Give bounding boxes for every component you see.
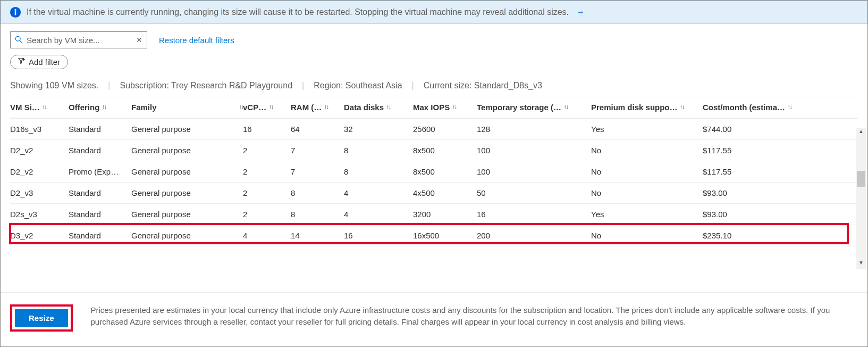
- svg-point-2: [14, 9, 16, 11]
- sort-icon: ↑↓: [680, 103, 684, 111]
- sort-icon: ↑↓: [239, 103, 243, 111]
- footer: Resize Prices presented are estimates in…: [1, 292, 867, 346]
- sort-icon: ↑↓: [268, 103, 273, 111]
- table-row[interactable]: D2s_v3StandardGeneral purpose284320016Ye…: [10, 204, 858, 225]
- scroll-down-icon[interactable]: ▼: [856, 260, 866, 269]
- clear-search-icon[interactable]: ✕: [136, 36, 142, 44]
- svg-line-4: [20, 40, 22, 43]
- column-header[interactable]: Family↑↓: [131, 103, 243, 112]
- table-row[interactable]: D2_v2StandardGeneral purpose2788x500100N…: [10, 140, 858, 161]
- svg-rect-1: [15, 11, 16, 15]
- vm-size-table: VM Si…↑↓Offering↑↓Family↑↓vCP…↑↓RAM (…↑↓…: [10, 96, 858, 246]
- resize-button[interactable]: Resize: [15, 309, 68, 327]
- sort-icon: ↑↓: [42, 103, 46, 111]
- info-icon: [10, 6, 21, 18]
- scrollbar[interactable]: ▲ ▼: [856, 128, 866, 269]
- column-header[interactable]: Data disks↑↓: [344, 103, 413, 112]
- sort-icon: ↑↓: [563, 103, 568, 111]
- info-arrow-icon[interactable]: →: [576, 7, 585, 17]
- column-header[interactable]: vCP…↑↓: [243, 103, 291, 112]
- table-header: VM Si…↑↓Offering↑↓Family↑↓vCP…↑↓RAM (…↑↓…: [10, 96, 858, 118]
- status-current-size: Current size: Standard_D8s_v3: [424, 81, 542, 90]
- status-subscription: Subscription: Trey Research R&D Playgrou…: [120, 81, 292, 90]
- restore-default-filters-link[interactable]: Restore default filters: [159, 36, 234, 45]
- search-placeholder: Search by VM size...: [27, 36, 132, 45]
- info-text: If the virtual machine is currently runn…: [27, 7, 569, 17]
- status-region: Region: Southeast Asia: [314, 81, 402, 90]
- add-filter-button[interactable]: Add filter: [10, 55, 68, 69]
- table-row[interactable]: D16s_v3StandardGeneral purpose1664322560…: [10, 119, 858, 140]
- status-count: Showing 109 VM sizes.: [10, 81, 98, 90]
- sort-icon: ↑↓: [452, 103, 456, 111]
- status-line: Showing 109 VM sizes. | Subscription: Tr…: [10, 81, 858, 90]
- sort-icon: ↑↓: [787, 103, 791, 111]
- add-filter-label: Add filter: [29, 57, 60, 67]
- column-header[interactable]: Premium disk suppo…↑↓: [591, 103, 703, 112]
- resize-button-highlight: Resize: [10, 304, 73, 332]
- scroll-thumb[interactable]: [857, 171, 865, 187]
- toolbar: Search by VM size... ✕ Restore default f…: [10, 31, 858, 48]
- column-header[interactable]: RAM (…↑↓: [291, 103, 344, 112]
- info-banner: If the virtual machine is currently runn…: [1, 1, 867, 24]
- pricing-disclaimer: Prices presented are estimates in your l…: [91, 304, 858, 328]
- search-input[interactable]: Search by VM size... ✕: [10, 31, 147, 48]
- scroll-up-icon[interactable]: ▲: [856, 128, 866, 138]
- search-icon: [15, 36, 22, 45]
- table-row[interactable]: D2_v3StandardGeneral purpose2844x50050No…: [10, 183, 858, 204]
- column-header[interactable]: Max IOPS↑↓: [413, 103, 477, 112]
- sort-icon: ↑↓: [102, 103, 106, 111]
- sort-icon: ↑↓: [386, 103, 390, 111]
- add-filter-icon: [18, 57, 26, 67]
- column-header[interactable]: Temporary storage (…↑↓: [477, 103, 591, 112]
- table-row[interactable]: D2_v2Promo (Exp…General purpose2788x5001…: [10, 161, 858, 183]
- sort-icon: ↑↓: [324, 103, 328, 111]
- svg-point-3: [15, 36, 20, 41]
- column-header[interactable]: Offering↑↓: [69, 103, 131, 112]
- column-header[interactable]: VM Si…↑↓: [10, 103, 69, 112]
- column-header[interactable]: Cost/month (estima…↑↓: [703, 103, 809, 112]
- table-row[interactable]: D3_v2StandardGeneral purpose4141616x5002…: [10, 225, 858, 246]
